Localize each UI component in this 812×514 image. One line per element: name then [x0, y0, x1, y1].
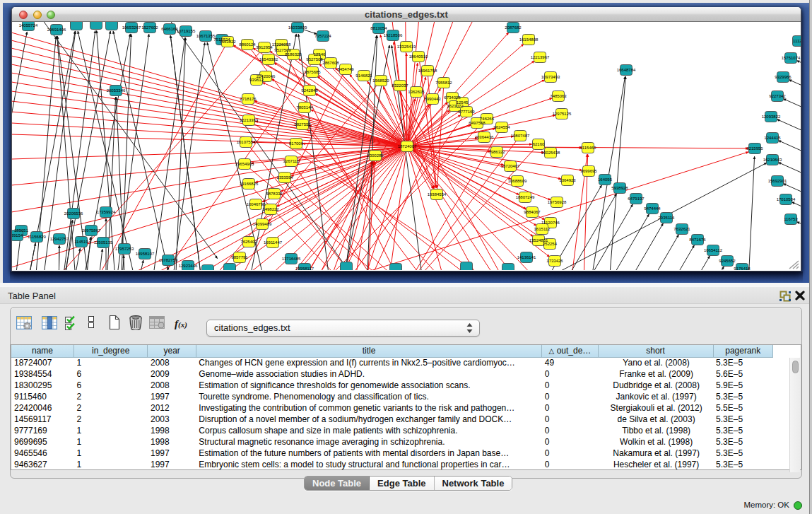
svg-text:9474444: 9474444: [644, 206, 661, 211]
svg-text:10025438: 10025438: [541, 151, 560, 155]
svg-text:9242848: 9242848: [301, 88, 318, 93]
svg-text:1527602: 1527602: [141, 25, 158, 30]
svg-text:12942757: 12942757: [50, 237, 69, 241]
svg-text:10958107: 10958107: [136, 252, 155, 256]
svg-text:10807487: 10807487: [511, 134, 530, 138]
svg-text:9777169: 9777169: [458, 110, 475, 114]
svg-text:11123: 11123: [793, 39, 801, 43]
svg-text:7485063: 7485063: [550, 94, 567, 98]
svg-text:12923446: 12923446: [179, 264, 198, 268]
svg-text:19384554: 19384554: [428, 192, 447, 197]
svg-text:9227342: 9227342: [769, 94, 786, 98]
svg-text:7357224: 7357224: [314, 34, 331, 38]
svg-text:62160: 62160: [533, 142, 545, 146]
svg-text:8471676: 8471676: [689, 238, 706, 242]
svg-text:9827552: 9827552: [294, 122, 311, 127]
svg-text:19756928: 19756928: [548, 200, 567, 204]
svg-text:9245652: 9245652: [719, 259, 736, 263]
svg-text:3267110: 3267110: [283, 159, 300, 163]
svg-text:939612: 939612: [249, 78, 264, 82]
svg-text:9146821: 9146821: [355, 74, 372, 78]
svg-text:16210643: 16210643: [763, 158, 782, 162]
svg-text:10653267: 10653267: [122, 25, 141, 30]
svg-text:12093822: 12093822: [762, 115, 781, 119]
svg-text:1364923: 1364923: [559, 178, 576, 182]
svg-text:1244415: 1244415: [764, 136, 781, 140]
svg-text:2935114: 2935114: [659, 216, 676, 220]
svg-text:1615112: 1615112: [534, 227, 551, 231]
svg-text:13716485: 13716485: [282, 257, 301, 261]
svg-text:1362615: 1362615: [408, 90, 425, 94]
svg-text:17359924: 17359924: [97, 210, 116, 214]
svg-text:12213967: 12213967: [531, 55, 550, 59]
svg-text:2718176: 2718176: [240, 97, 257, 101]
svg-text:2087682: 2087682: [505, 25, 522, 30]
svg-text:20691406: 20691406: [47, 28, 66, 32]
svg-text:2867608: 2867608: [322, 61, 339, 65]
svg-text:19166825: 19166825: [240, 182, 259, 186]
svg-text:8990443: 8990443: [424, 97, 441, 101]
svg-text:746266: 746266: [480, 117, 495, 121]
svg-text:20053346: 20053346: [107, 88, 126, 93]
svg-text:11156829: 11156829: [28, 235, 46, 239]
svg-text:1498222: 1498222: [262, 207, 279, 211]
svg-text:8186328: 8186328: [285, 52, 302, 57]
svg-text:3912954: 3912954: [256, 45, 273, 49]
svg-text:116753: 116753: [784, 217, 798, 221]
svg-text:6734028: 6734028: [444, 95, 461, 100]
svg-text:15692901: 15692901: [768, 179, 787, 183]
svg-text:17957253: 17957253: [115, 247, 134, 251]
svg-text:252254: 252254: [543, 242, 558, 246]
svg-text:17010504: 17010504: [777, 197, 796, 201]
svg-text:3875685: 3875685: [304, 70, 321, 74]
svg-text:9527508: 9527508: [306, 57, 323, 62]
svg-text:15720407: 15720407: [501, 164, 520, 168]
svg-text:18640910: 18640910: [409, 54, 428, 59]
svg-text:12505135: 12505135: [94, 240, 113, 245]
svg-text:10973493: 10973493: [541, 75, 560, 79]
svg-text:7955812: 7955812: [435, 81, 452, 85]
svg-text:1353594: 1353594: [276, 175, 293, 180]
svg-text:15751074: 15751074: [782, 56, 801, 60]
svg-text:6479197: 6479197: [628, 197, 645, 201]
svg-text:114519: 114519: [74, 240, 88, 244]
svg-text:19218506: 19218506: [384, 33, 403, 37]
svg-text:20364436: 20364436: [475, 135, 494, 139]
svg-text:14099489: 14099489: [253, 222, 272, 226]
svg-text:14055724: 14055724: [19, 23, 38, 28]
svg-text:7986322: 7986322: [488, 150, 505, 154]
svg-text:14136141: 14136141: [517, 255, 536, 259]
svg-text:5938928: 5938928: [611, 186, 628, 190]
svg-text:19958117: 19958117: [295, 267, 314, 270]
svg-text:7663822: 7663822: [219, 40, 236, 44]
svg-text:5878334: 5878334: [266, 192, 283, 196]
svg-text:16033809: 16033809: [288, 25, 307, 30]
svg-text:10107554: 10107554: [237, 140, 256, 144]
svg-text:9857791: 9857791: [231, 255, 248, 259]
svg-text:39154: 39154: [12, 233, 23, 238]
svg-text:8860124: 8860124: [239, 42, 256, 47]
svg-text:12546: 12546: [314, 52, 326, 57]
svg-text:8813054: 8813054: [370, 26, 387, 30]
svg-text:13325419: 13325419: [397, 45, 416, 49]
svg-text:1733426: 1733426: [546, 259, 563, 263]
svg-text:6497568: 6497568: [469, 121, 486, 125]
svg-text:164095: 164095: [598, 177, 613, 182]
svg-text:8454749: 8454749: [337, 67, 354, 71]
svg-text:16648784: 16648784: [617, 68, 636, 72]
svg-text:19654905: 19654905: [235, 162, 254, 166]
svg-text:8322037: 8322037: [392, 83, 408, 88]
svg-text:13226058: 13226058: [272, 42, 291, 47]
svg-text:20206536: 20206536: [64, 211, 83, 216]
svg-text:9176418: 9176418: [734, 267, 751, 270]
svg-text:3624554: 3624554: [493, 125, 510, 129]
svg-text:12975125: 12975125: [553, 112, 572, 116]
svg-text:12213363: 12213363: [240, 118, 259, 122]
svg-text:16782759: 16782759: [159, 258, 178, 262]
svg-text:16911447: 16911447: [264, 240, 283, 245]
svg-text:1568520: 1568520: [372, 78, 389, 83]
svg-text:8215955: 8215955: [746, 146, 763, 151]
svg-text:9699695: 9699695: [580, 169, 597, 173]
svg-text:7632621: 7632621: [673, 227, 690, 231]
svg-text:10046798: 10046798: [247, 202, 266, 206]
